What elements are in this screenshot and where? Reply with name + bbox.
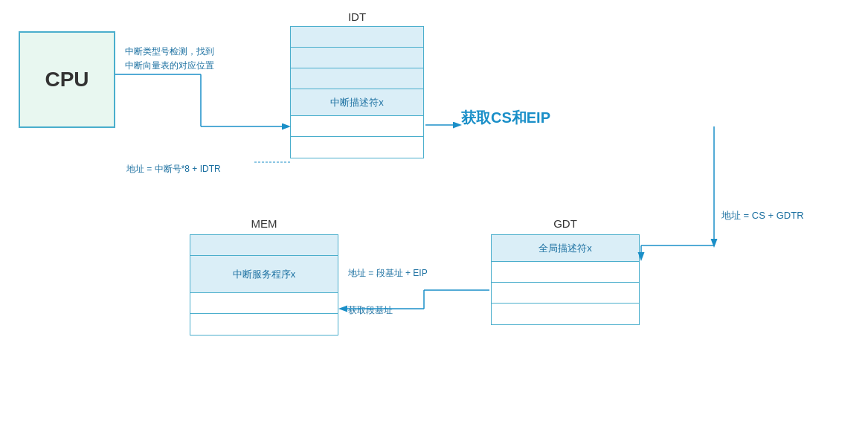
- idt-row-1: [291, 27, 423, 48]
- idt-title: IDT: [290, 10, 424, 23]
- cs-gdtr-annotation: 地址 = CS + GDTR: [721, 208, 804, 224]
- gdt-row-2: [492, 262, 639, 283]
- gdt-title: GDT: [491, 217, 640, 230]
- idt-row-highlight: 中断描述符x: [291, 89, 423, 116]
- diagram: CPU 中断类型号检测，找到 中断向量表的对应位置 IDT 中断描述符x 地址 …: [0, 0, 868, 427]
- gdt-row-highlight: 全局描述符x: [492, 235, 639, 262]
- idt-address-annotation: 地址 = 中断号*8 + IDTR: [126, 162, 221, 176]
- idt-row-5: [291, 116, 423, 137]
- get-cs-eip-label: 获取CS和EIP: [461, 108, 550, 128]
- mem-row-3: [190, 293, 338, 314]
- gdt-mem-label1: 地址 = 段基址 + EIP: [348, 266, 428, 280]
- idt-table: 中断描述符x: [290, 26, 424, 158]
- gdt-row-3: [492, 283, 639, 304]
- mem-title: MEM: [190, 217, 338, 230]
- cpu-label: CPU: [45, 68, 89, 92]
- mem-table: 中断服务程序x: [190, 234, 338, 336]
- gdt-row-4: [492, 304, 639, 324]
- cpu-box: CPU: [19, 31, 115, 128]
- cpu-annotation: 中断类型号检测，找到 中断向量表的对应位置: [125, 45, 214, 73]
- gdt-mem-label2: 获取段基址: [348, 304, 393, 318]
- idt-row-6: [291, 137, 423, 158]
- idt-row-2: [291, 48, 423, 68]
- gdt-table: 全局描述符x: [491, 234, 640, 325]
- mem-row-highlight: 中断服务程序x: [190, 256, 338, 293]
- idt-row-3: [291, 68, 423, 89]
- mem-row-4: [190, 314, 338, 335]
- mem-row-1: [190, 235, 338, 256]
